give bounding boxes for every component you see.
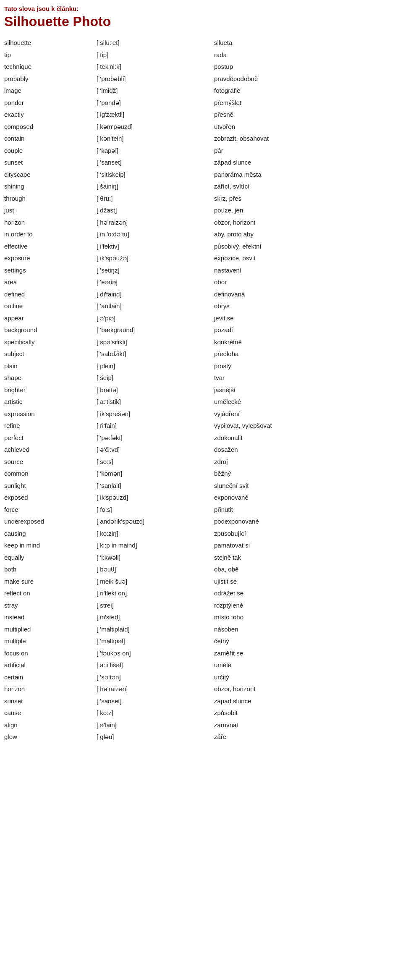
vocab-word: force [4, 504, 97, 516]
vocab-word: common [4, 468, 97, 480]
vocab-row: plain[ plein]prostý [4, 360, 399, 372]
vocab-translation: přemýšlet [214, 97, 399, 109]
vocab-row: glow[ gləu]záře [4, 731, 399, 743]
vocab-row: settings[ 'setiŋz]nastavení [4, 265, 399, 277]
vocab-translation: konkrétně [214, 336, 399, 349]
vocab-pronunciation: [ bəuθ] [97, 563, 214, 576]
vocab-word: just [4, 204, 97, 217]
vocab-row: just[ džast]pouze, jen [4, 204, 399, 217]
vocab-pronunciation: [ 'sanset] [97, 157, 214, 169]
vocab-pronunciation: [ 'sabdžikt] [97, 348, 214, 360]
vocab-pronunciation: [ meik šuə] [97, 576, 214, 588]
vocab-pronunciation: [ strei] [97, 600, 214, 612]
vocab-pronunciation: [ džast] [97, 204, 214, 217]
vocab-word: silhouette [4, 37, 97, 49]
vocab-translation: zobrazit, obsahovat [214, 133, 399, 145]
vocab-row: outline[ 'autlain]obrys [4, 300, 399, 312]
vocab-translation: obrys [214, 300, 399, 312]
vocab-pronunciation: [ 'sitiskeip] [97, 169, 214, 181]
vocab-pronunciation: [ ə'lain] [97, 719, 214, 731]
vocab-pronunciation: [ hə'raizən] [97, 683, 214, 695]
vocab-word: causing [4, 528, 97, 540]
vocab-row: image[ 'imidž]fotografie [4, 85, 399, 97]
vocab-word: reflect on [4, 587, 97, 600]
vocab-word: perfect [4, 432, 97, 444]
vocab-translation: obzor, horizont [214, 217, 399, 229]
vocab-row: multiplied[ 'maltiplaid]násoben [4, 624, 399, 636]
vocab-word: refine [4, 420, 97, 432]
vocab-translation: umělé [214, 659, 399, 671]
vocab-pronunciation: [ 'sə:tən] [97, 671, 214, 684]
vocab-pronunciation: [ ə'piə] [97, 312, 214, 325]
vocab-word: both [4, 563, 97, 576]
vocab-translation: zářící, svítící [214, 181, 399, 193]
vocab-word: make sure [4, 576, 97, 588]
vocab-word: image [4, 85, 97, 97]
vocab-translation: zarovnat [214, 719, 399, 731]
vocab-row: certain[ 'sə:tən]určitý [4, 671, 399, 684]
vocab-word: cause [4, 707, 97, 719]
vocab-row: composed[ kəm'pəuzd]utvořen [4, 121, 399, 133]
vocab-translation: obor [214, 276, 399, 288]
vocab-translation: exponované [214, 492, 399, 504]
vocab-translation: dosažen [214, 444, 399, 456]
vocab-translation: způsobit [214, 707, 399, 719]
vocab-pronunciation: [ in 'o:də tu] [97, 228, 214, 241]
vocab-translation: způsobující [214, 528, 399, 540]
vocab-word: effective [4, 241, 97, 253]
vocab-pronunciation: [ 'kapəl] [97, 145, 214, 157]
vocab-word: defined [4, 288, 97, 301]
vocab-word: source [4, 456, 97, 468]
vocab-pronunciation: [ kəm'pəuzd] [97, 121, 214, 133]
vocab-row: shining[ šainiŋ]zářící, svítící [4, 181, 399, 193]
vocab-row: exposed[ ik'spəuzd]exponované [4, 492, 399, 504]
vocab-translation: utvořen [214, 121, 399, 133]
vocab-translation: nastavení [214, 265, 399, 277]
vocab-row: cityscape[ 'sitiskeip]panoráma města [4, 169, 399, 181]
vocab-word: probably [4, 73, 97, 85]
vocab-pronunciation: [ a:ti'fišəl] [97, 659, 214, 671]
vocab-row: common[ 'komən]běžný [4, 468, 399, 480]
vocab-pronunciation: [ spə'sifikli] [97, 336, 214, 349]
vocab-translation: tvar [214, 372, 399, 384]
vocab-translation: odrážet se [214, 587, 399, 600]
vocab-word: multiple [4, 635, 97, 647]
vocab-row: technique[ tek'ni:k]postup [4, 61, 399, 73]
vocab-translation: rozptýlené [214, 600, 399, 612]
vocab-pronunciation: [ ik'sprešən] [97, 408, 214, 420]
vocab-row: align[ ə'lain]zarovnat [4, 719, 399, 731]
vocab-word: composed [4, 121, 97, 133]
vocab-pronunciation: [ in'sted] [97, 611, 214, 624]
vocab-word: brighter [4, 384, 97, 396]
vocab-row: silhouette[ silu:'et]silueta [4, 37, 399, 49]
header-label: Tato slova jsou k článku: [4, 5, 399, 12]
vocab-pronunciation: [ andərik'spəuzd] [97, 516, 214, 528]
vocab-pronunciation: [ fo:s] [97, 504, 214, 516]
vocab-translation: místo toho [214, 611, 399, 624]
vocab-pronunciation: [ so:s] [97, 456, 214, 468]
vocab-pronunciation: [ 'pondə] [97, 97, 214, 109]
vocab-row: tip[ tip]rada [4, 49, 399, 61]
vocab-row: subject[ 'sabdžikt]předloha [4, 348, 399, 360]
vocab-translation: ujistit se [214, 576, 399, 588]
vocab-translation: vyjádření [214, 408, 399, 420]
vocab-word: settings [4, 265, 97, 277]
vocab-pronunciation: [ di'faind] [97, 288, 214, 301]
vocab-pronunciation: [ 'setiŋz] [97, 265, 214, 277]
vocab-row: specifically[ spə'sifikli]konkrétně [4, 336, 399, 349]
vocab-pronunciation: [ silu:'et] [97, 37, 214, 49]
vocab-translation: pouze, jen [214, 204, 399, 217]
vocab-translation: určitý [214, 671, 399, 684]
vocab-translation: zaměřit se [214, 647, 399, 660]
vocab-word: equally [4, 552, 97, 564]
vocab-pronunciation: [ ik'spəužə] [97, 252, 214, 265]
vocab-translation: oba, obě [214, 563, 399, 576]
vocab-row: sunset[ 'sanset]západ slunce [4, 157, 399, 169]
vocab-pronunciation: [ 'autlain] [97, 300, 214, 312]
vocab-word: align [4, 719, 97, 731]
vocab-translation: předloha [214, 348, 399, 360]
vocab-word: stray [4, 600, 97, 612]
vocab-row: focus on[ 'fəukəs on]zaměřit se [4, 647, 399, 660]
vocab-pronunciation: [ ko:z] [97, 707, 214, 719]
vocab-translation: postup [214, 61, 399, 73]
